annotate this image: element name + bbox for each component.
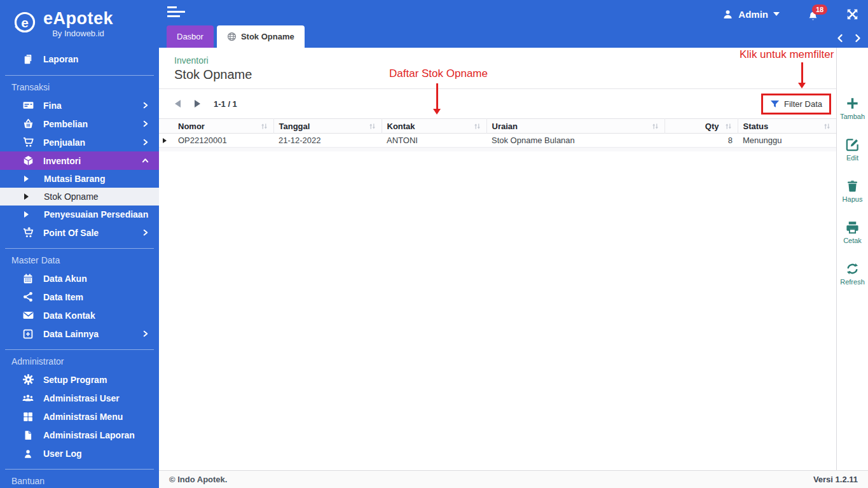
user-label: Admin <box>738 9 768 20</box>
sort-icon[interactable] <box>260 123 268 130</box>
tab-scroll-left-icon[interactable] <box>836 34 844 43</box>
row-expander-icon[interactable] <box>163 138 167 143</box>
column-header-nomor[interactable]: Nomor <box>173 119 273 134</box>
tab-scroll-right-icon[interactable] <box>854 34 862 43</box>
column-label: Kontak <box>387 122 415 131</box>
version-text: Versi 1.2.11 <box>813 475 858 484</box>
sidebar-item-administrasi-menu[interactable]: Administrasi Menu <box>0 407 159 426</box>
table-row[interactable]: OP22120001 21-12-2022 ANTONI Stok Opname… <box>159 134 836 148</box>
sidebar-item-user-log[interactable]: User Log <box>0 444 159 463</box>
sidebar-subitem-penyesuaian-persediaan[interactable]: Penyesuaian Persediaan <box>0 206 159 223</box>
section-title-administrator: Administrator <box>0 355 159 370</box>
refresh-icon <box>845 261 860 276</box>
sidebar-item-data-lainnya[interactable]: Data Lainnya <box>0 324 159 343</box>
menu-toggle-icon[interactable] <box>167 6 185 20</box>
app-title: eApotek <box>43 9 113 28</box>
hapus-button[interactable]: Hapus <box>843 179 863 203</box>
column-header-kontak[interactable]: Kontak <box>382 119 486 134</box>
refresh-button[interactable]: Refresh <box>840 261 865 286</box>
left-triangle-icon <box>175 100 181 108</box>
sort-icon[interactable] <box>651 123 659 130</box>
sidebar-item-label: Mutasi Barang <box>44 174 105 184</box>
sidebar-item-inventori[interactable]: Inventori <box>0 151 159 170</box>
sidebar-item-data-akun[interactable]: Data Akun <box>0 269 159 288</box>
sort-icon[interactable] <box>724 123 733 130</box>
section-title-transaksi: Transaksi <box>0 81 159 96</box>
app-logo-icon: e <box>13 10 37 34</box>
chevron-right-icon <box>142 120 149 127</box>
sidebar-item-laporan[interactable]: Laporan <box>0 50 159 69</box>
action-label: Hapus <box>843 195 863 203</box>
notifications-button[interactable]: 18 <box>808 6 827 22</box>
cell-uraian: Stok Opname Bulanan <box>486 134 665 148</box>
filter-data-button[interactable]: Filter Data <box>761 94 831 115</box>
section-title-bantuan: Bantuan <box>0 475 159 488</box>
app-tagline: By Indoweb.id <box>43 29 113 38</box>
column-header-tanggal[interactable]: Tanggal <box>273 119 382 134</box>
sidebar-subitem-stok-opname[interactable]: Stok Opname <box>0 188 159 206</box>
notification-badge: 18 <box>812 4 827 15</box>
grid-toolbar: 1-1 / 1 Filter Data <box>159 89 836 118</box>
column-label: Status <box>743 122 769 131</box>
shopping-cart-icon <box>22 136 34 148</box>
edit-button[interactable]: Edit <box>845 137 860 162</box>
expand-arrows-icon <box>846 8 859 21</box>
expander-column-header <box>159 119 173 134</box>
action-label: Edit <box>846 154 858 162</box>
sidebar-item-setup-program[interactable]: Setup Program <box>0 370 159 389</box>
tab-dasbor[interactable]: Dasbor <box>167 25 214 48</box>
users-icon <box>22 392 34 404</box>
sidebar-item-label: Setup Program <box>43 375 107 385</box>
filter-funnel-icon <box>770 99 780 109</box>
share-nodes-icon <box>22 291 34 303</box>
tab-label: Dasbor <box>177 32 203 41</box>
caret-down-icon <box>773 12 780 16</box>
column-label: Tanggal <box>279 122 310 131</box>
sidebar-item-administrasi-user[interactable]: Administrasi User <box>0 389 159 407</box>
cube-icon <box>22 155 34 167</box>
sidebar-item-data-item[interactable]: Data Item <box>0 288 159 306</box>
column-label: Uraian <box>492 122 518 131</box>
sidebar-item-label: Pembelian <box>43 119 88 129</box>
sort-icon[interactable] <box>823 123 831 130</box>
action-label: Refresh <box>840 278 865 286</box>
globe-icon <box>227 32 237 41</box>
divider <box>5 349 154 350</box>
file-icon <box>22 429 34 441</box>
tab-stok-opname[interactable]: Stok Opname <box>217 25 305 48</box>
sidebar-item-fina[interactable]: Fina <box>0 96 159 115</box>
sidebar-subitem-mutasi-barang[interactable]: Mutasi Barang <box>0 170 159 188</box>
sidebar-item-penjualan[interactable]: Penjualan <box>0 133 159 151</box>
sidebar-item-label: Penyesuaian Persediaan <box>44 209 148 220</box>
triangle-right-icon <box>24 176 29 182</box>
sidebar-item-label: Data Akun <box>43 274 87 284</box>
trash-icon <box>846 179 859 193</box>
sidebar-item-administrasi-laporan[interactable]: Administrasi Laporan <box>0 426 159 444</box>
sort-icon[interactable] <box>473 123 481 130</box>
shopping-basket-icon <box>22 118 34 130</box>
sidebar-item-pembelian[interactable]: Pembelian <box>0 115 159 133</box>
tambah-button[interactable]: Tambah <box>840 96 865 120</box>
sidebar-item-label: Administrasi User <box>43 393 120 403</box>
user-menu[interactable]: Admin <box>722 9 780 20</box>
sort-icon[interactable] <box>368 123 376 130</box>
calendar-icon <box>22 273 34 284</box>
column-header-status[interactable]: Status <box>738 119 836 134</box>
action-rail: Tambah Edit Hapus Cetak Refresh <box>836 48 868 470</box>
pagination-prev-button[interactable] <box>173 98 183 109</box>
right-triangle-icon <box>195 100 200 108</box>
sidebar-item-label: User Log <box>43 449 82 459</box>
column-header-uraian[interactable]: Uraian <box>486 119 665 134</box>
table-header-row: Nomor Tanggal Kontak Uraian Qty Status <box>159 119 836 134</box>
sidebar-item-data-kontak[interactable]: Data Kontak <box>0 306 159 324</box>
cell-kontak: ANTONI <box>382 134 486 148</box>
sidebar-item-point-of-sale[interactable]: Point Of Sale <box>0 223 159 242</box>
column-header-qty[interactable]: Qty <box>665 119 738 134</box>
plus-square-icon <box>22 328 34 340</box>
topbar: Admin 18 Dasbor Stok Opname <box>159 0 868 48</box>
cell-qty: 8 <box>665 134 738 148</box>
pagination-next-button[interactable] <box>193 98 202 109</box>
edit-pen-icon <box>845 137 860 152</box>
cetak-button[interactable]: Cetak <box>843 220 862 244</box>
fullscreen-button[interactable] <box>846 8 859 21</box>
